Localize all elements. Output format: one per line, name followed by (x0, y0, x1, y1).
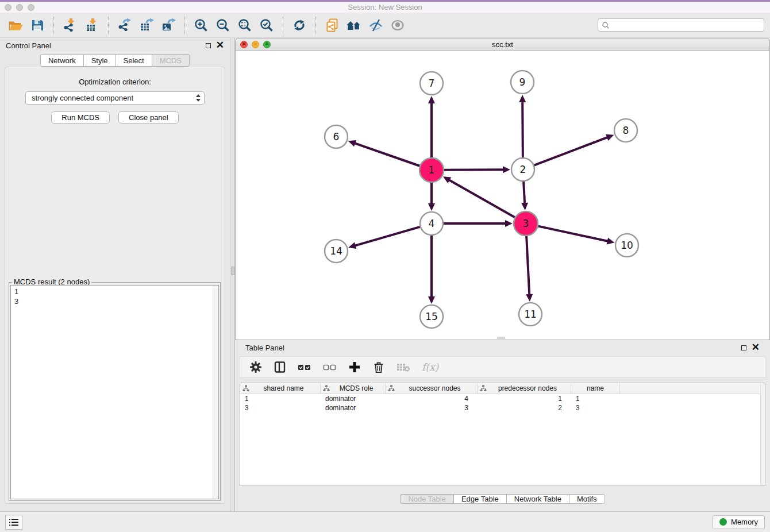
node-table-header: shared name MCDS role successor nodes (240, 383, 765, 394)
home-icon[interactable] (343, 15, 365, 36)
graph-edge-2-3[interactable] (523, 182, 525, 204)
graph-edge-4-14[interactable] (355, 227, 420, 246)
graph-node-6[interactable]: 6 (325, 125, 348, 148)
graph-edge-2-8[interactable] (534, 137, 609, 165)
tab-network-table[interactable]: Network Table (507, 494, 569, 504)
graph-node-9[interactable]: 9 (511, 71, 534, 94)
graph-node-15[interactable]: 15 (420, 305, 443, 328)
mcds-result-text[interactable]: 1 3 (10, 285, 219, 499)
table-scrollbar[interactable] (760, 383, 765, 485)
close-panel-icon[interactable]: ✕ (216, 41, 224, 49)
graph-edge-3-1[interactable] (449, 180, 515, 217)
graph-edge-3-11[interactable] (526, 236, 529, 295)
cell-successor-nodes[interactable]: 4 (386, 395, 478, 403)
zoom-fit-icon[interactable] (234, 15, 256, 36)
graph-node-11[interactable]: 11 (519, 303, 542, 326)
column-header-predecessor-nodes[interactable]: predecessor nodes (478, 383, 571, 394)
optimization-criterion-label: Optimization criterion: (5, 78, 225, 86)
node-table[interactable]: shared name MCDS role successor nodes (240, 383, 765, 486)
gear-icon[interactable] (249, 361, 262, 373)
cell-predecessor-nodes[interactable]: 1 (478, 395, 571, 403)
column-header-name[interactable]: name (571, 383, 620, 394)
graph-node-2[interactable]: 2 (511, 158, 534, 181)
cell-shared-name[interactable]: 3 (240, 404, 321, 412)
clone-network-icon[interactable] (321, 15, 343, 36)
tab-style[interactable]: Style (84, 54, 116, 67)
graph-node-1[interactable]: 1 (419, 158, 444, 182)
graph-edge-1-2[interactable] (444, 169, 504, 170)
panel-splitter[interactable] (230, 38, 235, 511)
search-box[interactable] (598, 18, 764, 32)
result-scrollbar[interactable] (213, 286, 218, 499)
hide-selection-icon[interactable] (365, 15, 387, 36)
tab-mcds[interactable]: MCDS (152, 54, 190, 67)
float-panel-icon[interactable] (206, 43, 211, 48)
import-table-icon[interactable] (81, 15, 103, 36)
memory-button[interactable]: Memory (713, 515, 765, 529)
tab-network[interactable]: Network (40, 54, 84, 67)
svg-text:9: 9 (519, 76, 526, 88)
run-mcds-button[interactable]: Run MCDS (51, 111, 110, 124)
cell-shared-name[interactable]: 1 (240, 395, 321, 403)
column-layout-icon[interactable] (274, 361, 286, 373)
search-input[interactable] (610, 21, 760, 30)
svg-text:10: 10 (621, 240, 633, 251)
memory-label: Memory (731, 518, 758, 526)
close-table-panel-icon[interactable]: ✕ (752, 344, 760, 352)
graph-node-4[interactable]: 4 (420, 212, 443, 235)
zoom-selected-icon[interactable] (256, 15, 278, 36)
network-graph[interactable]: 7968124314101511 (236, 51, 769, 340)
graph-edge-arrowhead (428, 203, 435, 211)
network-canvas[interactable]: 7968124314101511 (235, 51, 770, 340)
cell-successor-nodes[interactable]: 3 (386, 404, 478, 412)
svg-text:6: 6 (333, 131, 340, 142)
graph-node-3[interactable]: 3 (514, 211, 538, 236)
table-row[interactable]: 1 dominator 4 1 1 (240, 394, 765, 403)
splitter-handle-icon[interactable] (231, 267, 234, 275)
export-network-icon[interactable] (114, 15, 136, 36)
tab-motifs[interactable]: Motifs (569, 494, 605, 504)
graph-node-10[interactable]: 10 (615, 234, 638, 257)
tab-node-table[interactable]: Node Table (400, 494, 454, 504)
network-window-titlebar[interactable]: ✕ − + scc.txt (235, 38, 770, 51)
import-network-icon[interactable] (59, 15, 81, 36)
column-header-shared-name[interactable]: shared name (240, 383, 321, 394)
graph-edge-1-6[interactable] (354, 143, 419, 166)
refresh-icon[interactable] (288, 15, 310, 36)
task-history-button[interactable] (5, 515, 22, 530)
tab-select[interactable]: Select (116, 54, 152, 67)
close-panel-button[interactable]: Close panel (118, 111, 179, 124)
cell-name[interactable]: 3 (571, 404, 620, 412)
criterion-dropdown[interactable]: strongly connected component (25, 91, 205, 105)
graph-edge-3-10[interactable] (538, 226, 609, 241)
network-window: ✕ − + scc.txt 7968124314101511 (235, 38, 770, 340)
delete-icon[interactable] (372, 361, 385, 373)
toolbar-separator (283, 17, 283, 34)
select-all-icon[interactable] (298, 361, 311, 373)
unselect-all-icon[interactable] (323, 361, 337, 373)
tab-edge-table[interactable]: Edge Table (454, 494, 507, 504)
column-header-mcds-role[interactable]: MCDS role (321, 383, 386, 394)
memory-status-icon (719, 518, 727, 526)
export-table-icon[interactable] (136, 15, 157, 36)
cell-mcds-role[interactable]: dominator (321, 404, 386, 412)
table-row[interactable]: 3 dominator 3 2 3 (240, 403, 765, 413)
canvas-resize-handle[interactable] (497, 337, 505, 339)
export-image-icon[interactable] (157, 15, 179, 36)
zoom-out-icon[interactable] (212, 15, 234, 36)
dropdown-spinner-icon (196, 94, 201, 102)
add-column-icon[interactable] (348, 361, 361, 373)
graph-node-7[interactable]: 7 (420, 72, 443, 95)
cell-name[interactable]: 1 (571, 395, 620, 403)
workspace: Control Panel ✕ Network Style Select MCD… (0, 38, 770, 511)
open-session-icon[interactable] (5, 15, 26, 36)
float-table-panel-icon[interactable] (741, 345, 746, 350)
zoom-in-icon[interactable] (190, 15, 212, 36)
cell-mcds-role[interactable]: dominator (321, 395, 386, 403)
graph-node-8[interactable]: 8 (614, 119, 637, 142)
save-session-icon[interactable] (26, 15, 48, 36)
cell-predecessor-nodes[interactable]: 2 (478, 404, 571, 412)
graph-edge-2-9[interactable] (522, 101, 523, 157)
column-header-successor-nodes[interactable]: successor nodes (386, 383, 478, 394)
graph-node-14[interactable]: 14 (325, 240, 348, 263)
